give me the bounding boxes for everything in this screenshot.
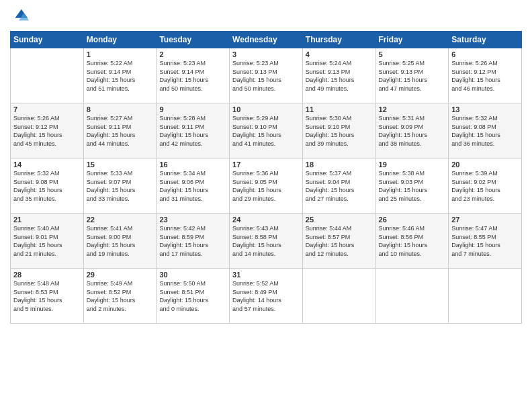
- day-cell: 11Sunrise: 5:30 AM Sunset: 9:10 PM Dayli…: [302, 103, 375, 158]
- week-row-2: 7Sunrise: 5:26 AM Sunset: 9:12 PM Daylig…: [11, 103, 522, 158]
- day-info: Sunrise: 5:31 AM Sunset: 9:09 PM Dayligh…: [379, 114, 446, 148]
- day-cell: [375, 269, 449, 324]
- day-info: Sunrise: 5:42 AM Sunset: 8:59 PM Dayligh…: [159, 224, 226, 258]
- day-info: Sunrise: 5:23 AM Sunset: 9:14 PM Dayligh…: [159, 59, 226, 93]
- day-info: Sunrise: 5:29 AM Sunset: 9:10 PM Dayligh…: [232, 114, 300, 148]
- logo: [10, 7, 32, 26]
- day-cell: 17Sunrise: 5:36 AM Sunset: 9:05 PM Dayli…: [230, 158, 303, 214]
- day-info: Sunrise: 5:36 AM Sunset: 9:05 PM Dayligh…: [232, 169, 300, 203]
- day-info: Sunrise: 5:27 AM Sunset: 9:11 PM Dayligh…: [87, 114, 154, 148]
- col-header-wednesday: Wednesday: [230, 32, 303, 48]
- day-cell: 22Sunrise: 5:41 AM Sunset: 9:00 PM Dayli…: [83, 214, 157, 269]
- header: [10, 7, 522, 26]
- day-cell: 8Sunrise: 5:27 AM Sunset: 9:11 PM Daylig…: [83, 103, 157, 158]
- day-cell: 2Sunrise: 5:23 AM Sunset: 9:14 PM Daylig…: [157, 48, 230, 103]
- calendar-table: SundayMondayTuesdayWednesdayThursdayFrid…: [10, 31, 522, 324]
- logo-icon: [10, 7, 29, 26]
- day-number: 13: [451, 105, 519, 113]
- day-cell: 16Sunrise: 5:34 AM Sunset: 9:06 PM Dayli…: [157, 158, 230, 214]
- col-header-friday: Friday: [375, 32, 449, 48]
- day-number: 14: [13, 161, 81, 169]
- day-info: Sunrise: 5:34 AM Sunset: 9:06 PM Dayligh…: [159, 169, 226, 203]
- week-row-1: 1Sunrise: 5:22 AM Sunset: 9:14 PM Daylig…: [11, 48, 522, 103]
- day-number: 12: [379, 105, 446, 113]
- day-info: Sunrise: 5:46 AM Sunset: 8:56 PM Dayligh…: [379, 224, 446, 258]
- day-number: 30: [159, 271, 226, 279]
- day-info: Sunrise: 5:24 AM Sunset: 9:13 PM Dayligh…: [306, 59, 373, 93]
- day-number: 26: [379, 216, 446, 224]
- day-cell: 31Sunrise: 5:52 AM Sunset: 8:49 PM Dayli…: [230, 269, 303, 324]
- day-cell: 10Sunrise: 5:29 AM Sunset: 9:10 PM Dayli…: [230, 103, 303, 158]
- day-cell: 5Sunrise: 5:25 AM Sunset: 9:13 PM Daylig…: [375, 48, 449, 103]
- day-info: Sunrise: 5:41 AM Sunset: 9:00 PM Dayligh…: [87, 224, 154, 258]
- day-info: Sunrise: 5:32 AM Sunset: 9:08 PM Dayligh…: [451, 114, 519, 148]
- day-info: Sunrise: 5:25 AM Sunset: 9:13 PM Dayligh…: [379, 59, 446, 93]
- day-info: Sunrise: 5:52 AM Sunset: 8:49 PM Dayligh…: [232, 279, 300, 313]
- day-number: 15: [87, 161, 154, 169]
- day-cell: [302, 269, 375, 324]
- col-header-tuesday: Tuesday: [157, 32, 230, 48]
- col-header-sunday: Sunday: [11, 32, 84, 48]
- day-cell: 6Sunrise: 5:26 AM Sunset: 9:12 PM Daylig…: [449, 48, 522, 103]
- week-row-5: 28Sunrise: 5:48 AM Sunset: 8:53 PM Dayli…: [11, 269, 522, 324]
- day-number: 29: [87, 271, 154, 279]
- day-cell: 20Sunrise: 5:39 AM Sunset: 9:02 PM Dayli…: [449, 158, 522, 214]
- day-number: 4: [306, 50, 373, 58]
- day-cell: 12Sunrise: 5:31 AM Sunset: 9:09 PM Dayli…: [375, 103, 449, 158]
- day-info: Sunrise: 5:22 AM Sunset: 9:14 PM Dayligh…: [87, 59, 154, 93]
- day-info: Sunrise: 5:30 AM Sunset: 9:10 PM Dayligh…: [306, 114, 373, 148]
- day-number: 6: [451, 50, 519, 58]
- col-header-thursday: Thursday: [302, 32, 375, 48]
- day-cell: 25Sunrise: 5:44 AM Sunset: 8:57 PM Dayli…: [302, 214, 375, 269]
- day-cell: 30Sunrise: 5:50 AM Sunset: 8:51 PM Dayli…: [157, 269, 230, 324]
- day-cell: 4Sunrise: 5:24 AM Sunset: 9:13 PM Daylig…: [302, 48, 375, 103]
- day-cell: 26Sunrise: 5:46 AM Sunset: 8:56 PM Dayli…: [375, 214, 449, 269]
- day-number: 1: [87, 50, 154, 58]
- day-cell: 27Sunrise: 5:47 AM Sunset: 8:55 PM Dayli…: [449, 214, 522, 269]
- day-number: 27: [451, 216, 519, 224]
- day-cell: 18Sunrise: 5:37 AM Sunset: 9:04 PM Dayli…: [302, 158, 375, 214]
- day-number: 25: [306, 216, 373, 224]
- day-cell: 23Sunrise: 5:42 AM Sunset: 8:59 PM Dayli…: [157, 214, 230, 269]
- day-number: 22: [87, 216, 154, 224]
- calendar-container: SundayMondayTuesdayWednesdayThursdayFrid…: [0, 0, 532, 411]
- day-info: Sunrise: 5:47 AM Sunset: 8:55 PM Dayligh…: [451, 224, 519, 258]
- col-header-monday: Monday: [83, 32, 157, 48]
- day-number: 24: [232, 216, 300, 224]
- day-info: Sunrise: 5:49 AM Sunset: 8:52 PM Dayligh…: [87, 279, 154, 313]
- day-info: Sunrise: 5:28 AM Sunset: 9:11 PM Dayligh…: [159, 114, 226, 148]
- day-info: Sunrise: 5:44 AM Sunset: 8:57 PM Dayligh…: [306, 224, 373, 258]
- day-info: Sunrise: 5:33 AM Sunset: 9:07 PM Dayligh…: [87, 169, 154, 203]
- day-number: 9: [159, 105, 226, 113]
- day-cell: 29Sunrise: 5:49 AM Sunset: 8:52 PM Dayli…: [83, 269, 157, 324]
- day-info: Sunrise: 5:48 AM Sunset: 8:53 PM Dayligh…: [13, 279, 81, 313]
- day-cell: 13Sunrise: 5:32 AM Sunset: 9:08 PM Dayli…: [449, 103, 522, 158]
- day-cell: 3Sunrise: 5:23 AM Sunset: 9:13 PM Daylig…: [230, 48, 303, 103]
- header-row: SundayMondayTuesdayWednesdayThursdayFrid…: [11, 32, 522, 48]
- day-number: 8: [87, 105, 154, 113]
- day-cell: 14Sunrise: 5:32 AM Sunset: 9:08 PM Dayli…: [11, 158, 84, 214]
- day-number: 16: [159, 161, 226, 169]
- week-row-4: 21Sunrise: 5:40 AM Sunset: 9:01 PM Dayli…: [11, 214, 522, 269]
- day-number: 28: [13, 271, 81, 279]
- day-number: 20: [451, 161, 519, 169]
- day-cell: [11, 48, 84, 103]
- day-info: Sunrise: 5:38 AM Sunset: 9:03 PM Dayligh…: [379, 169, 446, 203]
- day-cell: 15Sunrise: 5:33 AM Sunset: 9:07 PM Dayli…: [83, 158, 157, 214]
- day-number: 7: [13, 105, 81, 113]
- day-cell: 1Sunrise: 5:22 AM Sunset: 9:14 PM Daylig…: [83, 48, 157, 103]
- day-number: 17: [232, 161, 300, 169]
- day-info: Sunrise: 5:26 AM Sunset: 9:12 PM Dayligh…: [13, 114, 81, 148]
- day-number: 31: [232, 271, 300, 279]
- day-number: 23: [159, 216, 226, 224]
- day-info: Sunrise: 5:40 AM Sunset: 9:01 PM Dayligh…: [13, 224, 81, 258]
- col-header-saturday: Saturday: [449, 32, 522, 48]
- week-row-3: 14Sunrise: 5:32 AM Sunset: 9:08 PM Dayli…: [11, 158, 522, 214]
- day-number: 21: [13, 216, 81, 224]
- day-cell: 21Sunrise: 5:40 AM Sunset: 9:01 PM Dayli…: [11, 214, 84, 269]
- day-cell: 24Sunrise: 5:43 AM Sunset: 8:58 PM Dayli…: [230, 214, 303, 269]
- day-number: 10: [232, 105, 300, 113]
- day-number: 5: [379, 50, 446, 58]
- day-cell: 28Sunrise: 5:48 AM Sunset: 8:53 PM Dayli…: [11, 269, 84, 324]
- day-info: Sunrise: 5:32 AM Sunset: 9:08 PM Dayligh…: [13, 169, 81, 203]
